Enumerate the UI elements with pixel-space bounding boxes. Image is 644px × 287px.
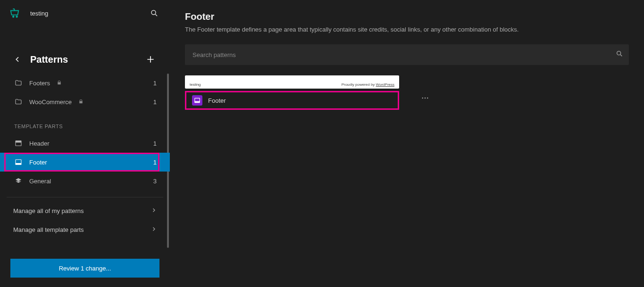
nav-title: Patterns [30, 54, 68, 65]
manage-template-parts-link[interactable]: Manage all template parts [0, 220, 170, 239]
chevron-right-icon [151, 207, 157, 214]
preview-credit: Proudly powered by WordPress [342, 82, 394, 87]
svg-point-2 [151, 10, 156, 15]
page-title: Footer [185, 11, 629, 22]
pattern-card-caption[interactable]: Footer [185, 91, 399, 110]
add-pattern-button[interactable] [142, 51, 159, 67]
preview-site-name: testing [190, 82, 201, 87]
sidebar-item-label: WooCommerce [29, 98, 72, 106]
footer-block-icon [192, 95, 202, 106]
pattern-card[interactable]: testing Proudly powered by WordPress Foo… [185, 75, 399, 110]
svg-rect-9 [195, 101, 200, 103]
main-content: Footer The Footer template defines a pag… [170, 0, 644, 287]
sidebar: testing Patterns Footers [0, 0, 170, 287]
svg-point-0 [13, 16, 14, 17]
folder-icon [14, 98, 23, 106]
item-count: 1 [153, 140, 157, 147]
site-logo-icon[interactable] [8, 6, 22, 20]
chevron-right-icon [151, 226, 157, 233]
lock-icon [57, 80, 62, 86]
search-icon [616, 50, 623, 59]
site-name[interactable]: testing [30, 10, 48, 17]
manage-patterns-link[interactable]: Manage all of my patterns [0, 201, 170, 220]
link-label: Manage all of my patterns [13, 207, 84, 214]
svg-point-7 [617, 51, 621, 55]
preview-credit-link: WordPress [376, 82, 394, 87]
sidebar-item-footers[interactable]: Footers 1 [0, 74, 170, 92]
search-patterns-box [185, 44, 629, 65]
item-count: 1 [153, 98, 157, 106]
item-count: 3 [153, 178, 157, 185]
template-parts-list: Header 1 Footer 1 General 3 [0, 134, 170, 190]
search-icon[interactable] [146, 5, 162, 21]
pattern-card-title: Footer [208, 97, 226, 104]
back-icon[interactable] [10, 52, 25, 66]
page-description: The Footer template defines a page area … [185, 26, 629, 33]
svg-point-12 [427, 98, 428, 98]
svg-point-10 [422, 98, 423, 98]
pattern-categories: Footers 1 WooCommerce 1 [0, 74, 170, 111]
footer-block-icon [14, 158, 23, 166]
svg-point-1 [16, 16, 17, 17]
sidebar-item-label: Header [29, 140, 50, 147]
sidebar-item-general[interactable]: General 3 [0, 172, 170, 190]
sidebar-item-label: Footers [29, 80, 50, 87]
top-band: testing [0, 0, 170, 26]
sidebar-item-woocommerce[interactable]: WooCommerce 1 [0, 92, 170, 111]
sidebar-item-label: Footer [29, 159, 47, 166]
item-count: 1 [153, 159, 157, 166]
review-changes-button[interactable]: Review 1 change... [10, 259, 159, 278]
review-bar: Review 1 change... [0, 251, 170, 287]
svg-rect-4 [16, 141, 21, 142]
general-block-icon [14, 177, 23, 185]
header-block-icon [14, 139, 23, 148]
template-parts-heading: TEMPLATE PARTS [0, 111, 170, 134]
folder-icon [14, 79, 23, 87]
preview-credit-prefix: Proudly powered by [342, 82, 376, 87]
sidebar-scroll: Footers 1 WooCommerce 1 TEMPLATE PARTS [0, 74, 170, 251]
pattern-actions-button[interactable] [417, 90, 433, 106]
sidebar-item-header[interactable]: Header 1 [0, 134, 170, 153]
link-label: Manage all template parts [13, 226, 84, 233]
sidebar-item-footer[interactable]: Footer 1 [0, 153, 170, 172]
lock-icon [78, 99, 84, 105]
divider [7, 197, 163, 197]
svg-rect-6 [16, 163, 21, 164]
sidebar-item-label: General [29, 178, 51, 185]
pattern-preview: testing Proudly powered by WordPress [185, 75, 399, 89]
item-count: 1 [153, 80, 157, 87]
search-patterns-input[interactable] [185, 44, 629, 65]
svg-point-11 [425, 98, 426, 98]
nav-header: Patterns [0, 45, 170, 74]
